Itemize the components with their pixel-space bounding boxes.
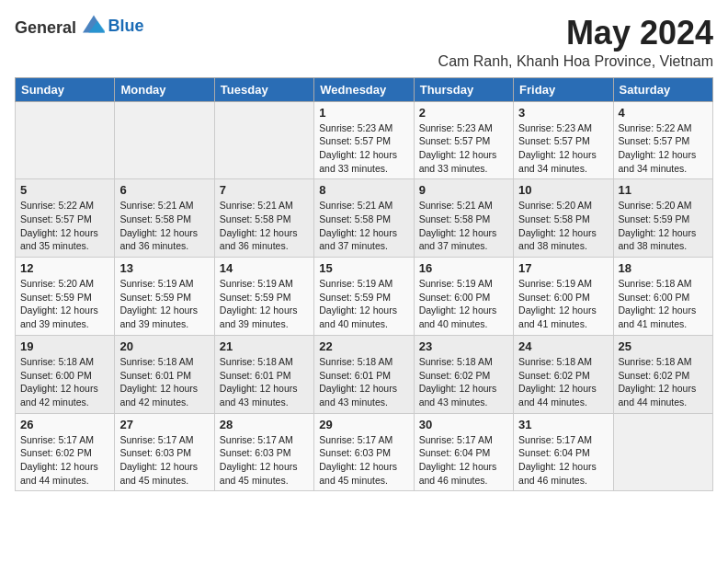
calendar-day-cell: 22Sunrise: 5:18 AM Sunset: 6:01 PM Dayli… — [314, 335, 414, 413]
calendar-day-cell: 18Sunrise: 5:18 AM Sunset: 6:00 PM Dayli… — [613, 258, 712, 336]
calendar-day-cell: 11Sunrise: 5:20 AM Sunset: 5:59 PM Dayli… — [613, 179, 712, 258]
logo: General Blue — [15, 15, 144, 38]
calendar-day-cell: 13Sunrise: 5:19 AM Sunset: 5:59 PM Dayli… — [115, 258, 214, 336]
weekday-header-cell: Wednesday — [314, 77, 414, 101]
weekday-header-cell: Saturday — [613, 77, 712, 101]
calendar-day-cell: 21Sunrise: 5:18 AM Sunset: 6:01 PM Dayli… — [214, 335, 313, 413]
calendar-day-cell: 5Sunrise: 5:22 AM Sunset: 5:57 PM Daylig… — [16, 179, 115, 258]
calendar-day-cell: 20Sunrise: 5:18 AM Sunset: 6:01 PM Dayli… — [115, 335, 214, 413]
day-number: 3 — [518, 106, 608, 120]
calendar-day-cell: 31Sunrise: 5:17 AM Sunset: 6:04 PM Dayli… — [514, 413, 613, 491]
calendar-week-row: 5Sunrise: 5:22 AM Sunset: 5:57 PM Daylig… — [16, 179, 713, 258]
weekday-header-cell: Tuesday — [214, 77, 313, 101]
calendar-day-cell: 25Sunrise: 5:18 AM Sunset: 6:02 PM Dayli… — [613, 335, 712, 413]
day-number: 29 — [319, 418, 408, 431]
day-number: 10 — [518, 183, 608, 197]
calendar-week-row: 26Sunrise: 5:17 AM Sunset: 6:02 PM Dayli… — [16, 413, 713, 491]
day-info: Sunrise: 5:20 AM Sunset: 5:59 PM Dayligh… — [20, 277, 109, 331]
day-info: Sunrise: 5:19 AM Sunset: 6:00 PM Dayligh… — [419, 277, 508, 331]
day-info: Sunrise: 5:18 AM Sunset: 6:02 PM Dayligh… — [518, 355, 608, 409]
calendar-day-cell: 19Sunrise: 5:18 AM Sunset: 6:00 PM Dayli… — [16, 335, 115, 413]
weekday-header-cell: Thursday — [414, 77, 513, 101]
day-info: Sunrise: 5:17 AM Sunset: 6:03 PM Dayligh… — [119, 433, 209, 488]
calendar-day-cell: 6Sunrise: 5:21 AM Sunset: 5:58 PM Daylig… — [115, 179, 214, 258]
day-number: 24 — [518, 339, 608, 353]
day-info: Sunrise: 5:17 AM Sunset: 6:04 PM Dayligh… — [419, 433, 508, 488]
day-info: Sunrise: 5:18 AM Sunset: 6:01 PM Dayligh… — [119, 355, 209, 409]
weekday-header-row: SundayMondayTuesdayWednesdayThursdayFrid… — [16, 77, 713, 101]
day-info: Sunrise: 5:19 AM Sunset: 5:59 PM Dayligh… — [220, 277, 309, 331]
day-number: 9 — [419, 183, 508, 197]
day-info: Sunrise: 5:19 AM Sunset: 6:00 PM Dayligh… — [518, 277, 608, 331]
calendar-day-cell: 29Sunrise: 5:17 AM Sunset: 6:03 PM Dayli… — [314, 413, 414, 491]
logo-blue: Blue — [108, 17, 144, 35]
calendar-day-cell: 14Sunrise: 5:19 AM Sunset: 5:59 PM Dayli… — [214, 258, 313, 336]
day-info: Sunrise: 5:23 AM Sunset: 5:57 PM Dayligh… — [319, 121, 408, 176]
calendar-day-cell: 10Sunrise: 5:20 AM Sunset: 5:58 PM Dayli… — [514, 179, 613, 258]
day-number: 4 — [619, 106, 708, 120]
calendar-day-cell: 4Sunrise: 5:22 AM Sunset: 5:57 PM Daylig… — [613, 101, 712, 179]
calendar-day-cell: 17Sunrise: 5:19 AM Sunset: 6:00 PM Dayli… — [514, 258, 613, 336]
calendar-day-cell: 24Sunrise: 5:18 AM Sunset: 6:02 PM Dayli… — [514, 335, 613, 413]
calendar-day-cell: 7Sunrise: 5:21 AM Sunset: 5:58 PM Daylig… — [214, 179, 313, 258]
calendar-week-row: 12Sunrise: 5:20 AM Sunset: 5:59 PM Dayli… — [16, 258, 713, 336]
calendar-day-cell: 8Sunrise: 5:21 AM Sunset: 5:58 PM Daylig… — [314, 179, 414, 258]
calendar-day-cell — [16, 101, 115, 179]
logo-icon — [83, 15, 105, 33]
calendar-day-cell: 27Sunrise: 5:17 AM Sunset: 6:03 PM Dayli… — [115, 413, 214, 491]
day-number: 21 — [220, 339, 309, 353]
day-number: 28 — [220, 418, 309, 431]
day-number: 5 — [20, 183, 109, 197]
day-info: Sunrise: 5:17 AM Sunset: 6:04 PM Dayligh… — [518, 433, 608, 488]
day-number: 26 — [20, 418, 109, 431]
day-number: 2 — [419, 106, 508, 120]
day-info: Sunrise: 5:21 AM Sunset: 5:58 PM Dayligh… — [119, 199, 209, 253]
calendar-day-cell — [115, 101, 214, 179]
day-info: Sunrise: 5:19 AM Sunset: 5:59 PM Dayligh… — [119, 277, 209, 331]
page-header: General Blue May 2024 Cam Ranh, Khanh Ho… — [15, 15, 713, 70]
calendar-day-cell — [214, 101, 313, 179]
day-info: Sunrise: 5:18 AM Sunset: 6:01 PM Dayligh… — [220, 355, 309, 409]
day-number: 14 — [220, 261, 309, 275]
day-info: Sunrise: 5:18 AM Sunset: 6:01 PM Dayligh… — [319, 355, 408, 409]
day-info: Sunrise: 5:18 AM Sunset: 6:02 PM Dayligh… — [619, 355, 708, 409]
day-number: 17 — [518, 261, 608, 275]
day-number: 12 — [20, 261, 109, 275]
day-info: Sunrise: 5:17 AM Sunset: 6:03 PM Dayligh… — [220, 433, 309, 488]
day-number: 27 — [119, 418, 209, 431]
title-block: May 2024 Cam Ranh, Khanh Hoa Province, V… — [438, 15, 713, 70]
day-info: Sunrise: 5:21 AM Sunset: 5:58 PM Dayligh… — [220, 199, 309, 253]
logo-general: General — [15, 18, 76, 37]
day-number: 16 — [419, 261, 508, 275]
day-number: 25 — [619, 339, 708, 353]
weekday-header-cell: Sunday — [16, 77, 115, 101]
calendar-day-cell: 30Sunrise: 5:17 AM Sunset: 6:04 PM Dayli… — [414, 413, 513, 491]
calendar-body: 1Sunrise: 5:23 AM Sunset: 5:57 PM Daylig… — [16, 101, 713, 491]
day-info: Sunrise: 5:18 AM Sunset: 6:00 PM Dayligh… — [619, 277, 708, 331]
day-number: 20 — [119, 339, 209, 353]
calendar-day-cell: 9Sunrise: 5:21 AM Sunset: 5:58 PM Daylig… — [414, 179, 513, 258]
day-info: Sunrise: 5:18 AM Sunset: 6:00 PM Dayligh… — [20, 355, 109, 409]
calendar-day-cell — [613, 413, 712, 491]
day-number: 13 — [119, 261, 209, 275]
day-info: Sunrise: 5:20 AM Sunset: 5:59 PM Dayligh… — [619, 199, 708, 253]
day-info: Sunrise: 5:21 AM Sunset: 5:58 PM Dayligh… — [419, 199, 508, 253]
day-info: Sunrise: 5:19 AM Sunset: 5:59 PM Dayligh… — [319, 277, 408, 331]
day-info: Sunrise: 5:17 AM Sunset: 6:02 PM Dayligh… — [20, 433, 109, 488]
day-info: Sunrise: 5:22 AM Sunset: 5:57 PM Dayligh… — [619, 121, 708, 176]
day-number: 31 — [518, 418, 608, 431]
calendar-week-row: 19Sunrise: 5:18 AM Sunset: 6:00 PM Dayli… — [16, 335, 713, 413]
weekday-header-cell: Monday — [115, 77, 214, 101]
day-info: Sunrise: 5:23 AM Sunset: 5:57 PM Dayligh… — [419, 121, 508, 176]
day-info: Sunrise: 5:18 AM Sunset: 6:02 PM Dayligh… — [419, 355, 508, 409]
day-number: 19 — [20, 339, 109, 353]
calendar-day-cell: 16Sunrise: 5:19 AM Sunset: 6:00 PM Dayli… — [414, 258, 513, 336]
day-number: 6 — [119, 183, 209, 197]
day-number: 18 — [619, 261, 708, 275]
calendar-week-row: 1Sunrise: 5:23 AM Sunset: 5:57 PM Daylig… — [16, 101, 713, 179]
calendar-day-cell: 3Sunrise: 5:23 AM Sunset: 5:57 PM Daylig… — [514, 101, 613, 179]
calendar-day-cell: 12Sunrise: 5:20 AM Sunset: 5:59 PM Dayli… — [16, 258, 115, 336]
day-info: Sunrise: 5:23 AM Sunset: 5:57 PM Dayligh… — [518, 121, 608, 176]
calendar-day-cell: 15Sunrise: 5:19 AM Sunset: 5:59 PM Dayli… — [314, 258, 414, 336]
day-number: 7 — [220, 183, 309, 197]
